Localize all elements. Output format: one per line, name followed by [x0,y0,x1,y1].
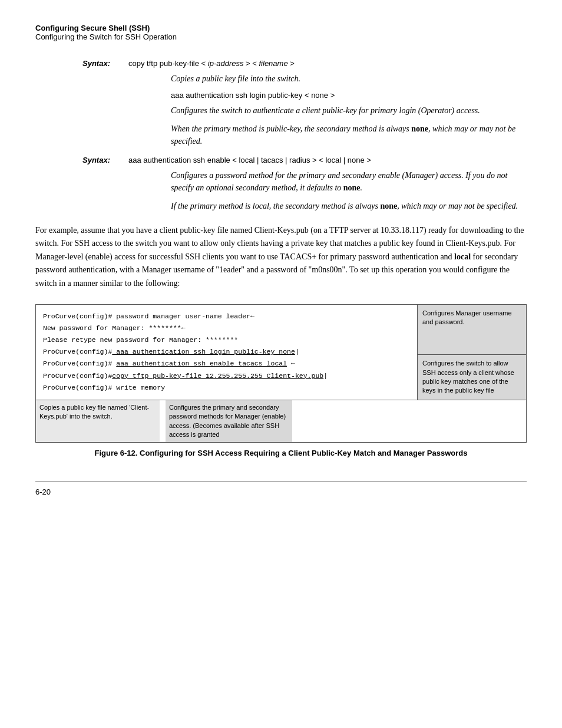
code-line-3: Please retype new password for Manager: … [43,334,410,346]
chapter-title: Configuring Secure Shell (SSH) [35,24,527,32]
code-line-7: ProCurve(config)# write memory [43,382,410,394]
syntax-desc-2b: If the primary method is local, the seco… [171,200,527,212]
code-line-4: ProCurve(config)# aaa authentication ssh… [43,346,410,358]
section-title: Configuring the Switch for SSH Operation [35,32,527,41]
figure-caption: Figure 6-12. Configuring for SSH Access … [35,449,527,457]
side-top-callout: Configures Manager username and password… [418,305,526,355]
code-line-2: New password for Manager: ********← [43,322,410,334]
side-bottom-callout: Configures the switch to allow SSH acces… [418,355,526,400]
syntax-label-2: Syntax: [82,156,124,164]
callout-section: Copies a public key file named 'Client-K… [36,400,526,443]
page-header: Configuring Secure Shell (SSH) Configuri… [35,24,527,41]
page-number: 6-20 [35,487,51,496]
example-paragraph: For example, assume that you have a clie… [35,224,527,290]
syntax-desc-1a: Copies a public key file into the switch… [171,73,527,85]
page-footer: 6-20 [35,481,527,496]
syntax-desc-2a: Configures a password method for the pri… [171,169,527,194]
code-line-5: ProCurve(config)# aaa authentication ssh… [43,358,410,370]
syntax-cmd-3: aaa authentication ssh enable < local | … [128,156,371,164]
side-panel: Configures Manager username and password… [417,305,526,400]
syntax-desc-1c: When the primary method is public-key, t… [171,123,527,147]
bottom-left-callout: Copies a public key file named 'Client-K… [36,400,160,443]
code-line-1: ProCurve(config)# password manager user-… [43,311,410,322]
code-line-6: ProCurve(config)#copy tftp pub-key-file … [43,370,410,382]
code-example-box: ProCurve(config)# password manager user-… [35,304,527,443]
syntax-desc-1b: Configures the switch to authenticate a … [171,104,527,117]
syntax-cmd-2: aaa authentication ssh login public-key … [171,91,527,100]
code-panel: ProCurve(config)# password manager user-… [36,305,417,400]
syntax-cmd-1: copy tftp pub-key-file < ip-address > < … [128,59,295,68]
syntax-section-1: Syntax: copy tftp pub-key-file < ip-addr… [82,59,527,212]
bottom-right-callout: Configures the primary and secondary pas… [166,400,292,443]
syntax-label-1: Syntax: [82,59,124,68]
